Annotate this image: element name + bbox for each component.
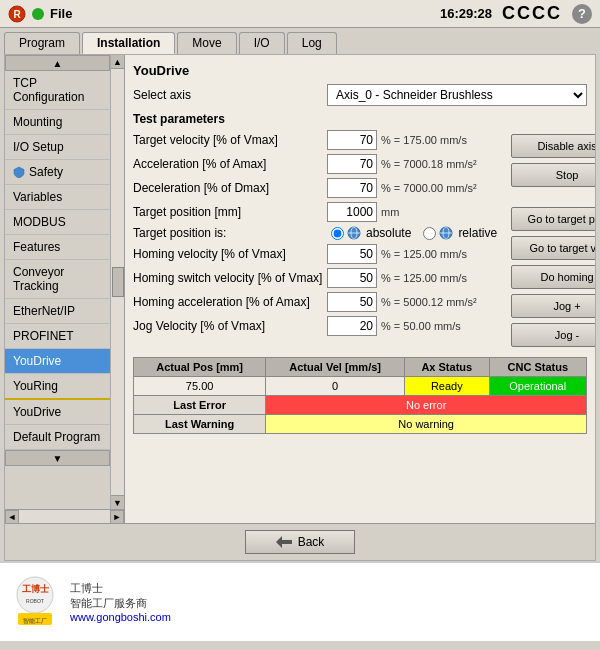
tab-move[interactable]: Move — [177, 32, 236, 54]
target-vel-label: Target velocity [% of Vmax] — [133, 133, 323, 147]
sidebar-item-io-setup[interactable]: I/O Setup — [5, 135, 110, 160]
last-warning-label: Last Warning — [134, 415, 266, 434]
hscroll-left-btn[interactable]: ◄ — [5, 510, 19, 524]
goto-target-pos-button[interactable]: Go to target pos — [511, 207, 595, 231]
target-pos-row: Target position [mm] mm — [133, 202, 497, 222]
actual-pos-value: 75.00 — [134, 377, 266, 396]
sidebar-item-conveyor[interactable]: Conveyor Tracking — [5, 260, 110, 299]
radio-relative[interactable]: relative — [423, 226, 497, 240]
footer-company: 工博士 — [70, 581, 171, 596]
jog-vel-label: Jog Velocity [% of Vmax] — [133, 319, 323, 333]
jog-minus-button[interactable]: Jog - — [511, 323, 595, 347]
target-pos-label: Target position [mm] — [133, 205, 323, 219]
sidebar-item-default-program[interactable]: Default Program — [5, 425, 110, 450]
target-pos-input[interactable] — [327, 202, 377, 222]
last-error-value: No error — [266, 396, 587, 415]
deceleration-unit: % = 7000.00 mm/s² — [381, 182, 477, 194]
sidebar-item-tcp-config[interactable]: TCP Configuration — [5, 71, 110, 110]
last-warning-row: Last Warning No warning — [134, 415, 587, 434]
app-logo-icon: R — [8, 5, 26, 23]
back-button[interactable]: Back — [245, 530, 356, 554]
homing-switch-vel-unit: % = 125.00 mm/s — [381, 272, 467, 284]
deceleration-row: Deceleration [% of Dmax] % = 7000.00 mm/… — [133, 178, 497, 198]
status-table: Actual Pos [mm] Actual Vel [mm/s] Ax Sta… — [133, 357, 587, 434]
sidebar-item-youdrive2[interactable]: YouDrive — [5, 400, 110, 425]
tab-program[interactable]: Program — [4, 32, 80, 54]
col-cnc-status: CNC Status — [489, 358, 586, 377]
svg-text:ROBOT: ROBOT — [26, 598, 44, 604]
sidebar-item-youring[interactable]: YouRing — [5, 374, 110, 400]
tab-installation[interactable]: Installation — [82, 32, 175, 54]
sidebar-item-safety[interactable]: Safety — [5, 160, 110, 185]
homing-switch-vel-input[interactable] — [327, 268, 377, 288]
stop-button[interactable]: Stop — [511, 163, 595, 187]
svg-text:R: R — [13, 9, 21, 20]
svg-text:智能工厂: 智能工厂 — [23, 618, 47, 624]
target-pos-unit: mm — [381, 206, 399, 218]
connection-status: CCCC — [502, 3, 562, 24]
hscroll-right-btn[interactable]: ► — [110, 510, 124, 524]
target-vel-input[interactable] — [327, 130, 377, 150]
homing-vel-label: Homing velocity [% of Vmax] — [133, 247, 323, 261]
select-axis-label: Select axis — [133, 88, 323, 102]
title-bar: R File 16:29:28 CCCC ? — [0, 0, 600, 28]
company-logo-icon: 工博士 ROBOT 智能工厂 — [10, 575, 60, 630]
col-ax-status: Ax Status — [405, 358, 489, 377]
footer-logo: 工博士 ROBOT 智能工厂 — [10, 575, 60, 630]
status-row-1: 75.00 0 Ready Operational — [134, 377, 587, 396]
footer: 工博士 ROBOT 智能工厂 工博士 智能工厂服务商 www.gongboshi… — [0, 561, 600, 641]
deceleration-input[interactable] — [327, 178, 377, 198]
radio-relative-input[interactable] — [423, 227, 436, 240]
radio-absolute[interactable]: absolute — [331, 226, 411, 240]
sidebar-item-mounting[interactable]: Mounting — [5, 110, 110, 135]
homing-accel-input[interactable] — [327, 292, 377, 312]
homing-vel-input[interactable] — [327, 244, 377, 264]
sidebar-item-modbus[interactable]: MODBUS — [5, 210, 110, 235]
panel-title: YouDrive — [133, 63, 587, 78]
acceleration-unit: % = 7000.18 mm/s² — [381, 158, 477, 170]
footer-url[interactable]: www.gongboshi.com — [70, 611, 171, 623]
jog-vel-unit: % = 50.00 mm/s — [381, 320, 461, 332]
file-menu[interactable]: File — [50, 6, 72, 21]
main-wrapper: ▲ TCP Configuration Mounting I/O Setup S… — [4, 54, 596, 561]
select-axis-dropdown[interactable]: Axis_0 - Schneider Brushless — [327, 84, 587, 106]
homing-accel-unit: % = 5000.12 mm/s² — [381, 296, 477, 308]
bottom-bar: Back — [5, 523, 595, 560]
do-homing-button[interactable]: Do homing — [511, 265, 595, 289]
homing-accel-label: Homing acceleration [% of Amax] — [133, 295, 323, 309]
main-panel: YouDrive Select axis Axis_0 - Schneider … — [125, 55, 595, 523]
homing-switch-vel-row: Homing switch velocity [% of Vmax] % = 1… — [133, 268, 497, 288]
globe-icon — [347, 226, 361, 240]
actual-vel-value: 0 — [266, 377, 405, 396]
tab-log[interactable]: Log — [287, 32, 337, 54]
jog-plus-button[interactable]: Jog + — [511, 294, 595, 318]
vscroll-thumb[interactable] — [112, 267, 124, 297]
homing-vel-row: Homing velocity [% of Vmax] % = 125.00 m… — [133, 244, 497, 264]
sidebar-item-youdrive[interactable]: YouDrive — [5, 349, 110, 374]
footer-subtitle: 智能工厂服务商 — [70, 596, 171, 611]
svg-point-9 — [17, 577, 53, 613]
shield-icon — [13, 166, 25, 178]
sidebar-item-ethernet[interactable]: EtherNet/IP — [5, 299, 110, 324]
jog-vel-input[interactable] — [327, 316, 377, 336]
last-error-row: Last Error No error — [134, 396, 587, 415]
scroll-up-btn[interactable]: ▲ — [5, 55, 110, 71]
vscroll-up-btn[interactable]: ▲ — [111, 55, 124, 69]
acceleration-input[interactable] — [327, 154, 377, 174]
scroll-down-btn[interactable]: ▼ — [5, 450, 110, 466]
help-button[interactable]: ? — [572, 4, 592, 24]
sidebar-item-features[interactable]: Features — [5, 235, 110, 260]
homing-switch-vel-label: Homing switch velocity [% of Vmax] — [133, 271, 323, 285]
vscroll-down-btn[interactable]: ▼ — [111, 495, 124, 509]
goto-target-vel-button[interactable]: Go to target vel — [511, 236, 595, 260]
acceleration-label: Acceleration [% of Amax] — [133, 157, 323, 171]
deceleration-label: Deceleration [% of Dmax] — [133, 181, 323, 195]
tab-io[interactable]: I/O — [239, 32, 285, 54]
ax-status-value: Ready — [405, 377, 489, 396]
cnc-status-value: Operational — [489, 377, 586, 396]
sidebar-item-variables[interactable]: Variables — [5, 185, 110, 210]
sidebar-item-profinet[interactable]: PROFINET — [5, 324, 110, 349]
disable-axis-button[interactable]: Disable axis — [511, 134, 595, 158]
target-vel-row: Target velocity [% of Vmax] % = 175.00 m… — [133, 130, 497, 150]
radio-absolute-input[interactable] — [331, 227, 344, 240]
